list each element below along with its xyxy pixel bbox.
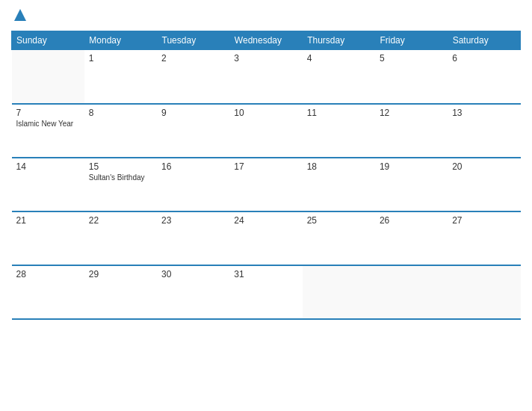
weekday-header-friday: Friday — [375, 31, 448, 50]
weekday-header-tuesday: Tuesday — [157, 31, 229, 50]
calendar-cell: 16 — [157, 158, 229, 211]
calendar-cell: 25 — [303, 211, 375, 265]
logo-text — [11, 7, 28, 25]
calendar-cell: 14 — [12, 158, 84, 211]
day-number: 1 — [89, 53, 152, 64]
calendar-cell: 3 — [229, 50, 302, 104]
day-number: 29 — [89, 269, 152, 279]
week-row-0: 123456 — [12, 50, 521, 104]
day-number: 9 — [161, 108, 225, 118]
calendar-cell: 23 — [157, 211, 229, 265]
calendar-cell: 4 — [303, 50, 375, 104]
day-number: 15 — [89, 161, 152, 172]
calendar-container: SundayMondayTuesdayWednesdayThursdayFrid… — [0, 0, 532, 411]
day-number: 31 — [234, 269, 297, 279]
day-number: 7 — [16, 108, 80, 118]
calendar-cell: 7Islamic New Year — [12, 104, 84, 158]
day-number: 22 — [89, 215, 152, 226]
day-number: 10 — [234, 108, 297, 118]
day-number: 13 — [452, 108, 516, 118]
calendar-cell: 18 — [303, 158, 375, 211]
calendar-cell: 17 — [229, 158, 302, 211]
week-row-4: 28293031 — [12, 265, 521, 319]
day-number: 18 — [307, 161, 371, 172]
day-number: 23 — [161, 215, 225, 226]
day-number: 28 — [16, 269, 80, 279]
day-number: 14 — [16, 161, 80, 172]
weekday-header-saturday: Saturday — [448, 31, 520, 50]
day-number: 19 — [380, 161, 443, 172]
calendar-cell: 1 — [84, 50, 157, 104]
day-number: 20 — [452, 161, 516, 172]
week-row-2: 1415Sultan's Birthday1617181920 — [12, 158, 521, 211]
calendar-cell: 27 — [448, 211, 520, 265]
calendar-cell: 15Sultan's Birthday — [84, 158, 157, 211]
day-number: 6 — [452, 53, 516, 64]
event-label: Islamic New Year — [16, 120, 80, 128]
calendar-cell: 6 — [448, 50, 520, 104]
day-number: 21 — [16, 215, 80, 226]
day-number: 24 — [234, 215, 297, 226]
calendar-cell: 24 — [229, 211, 302, 265]
calendar-body: 1234567Islamic New Year89101112131415Sul… — [12, 50, 521, 319]
day-number: 26 — [380, 215, 443, 226]
weekday-header-sunday: Sunday — [12, 31, 84, 50]
calendar-cell: 5 — [375, 50, 448, 104]
svg-marker-0 — [14, 9, 26, 21]
day-number: 3 — [234, 53, 297, 64]
calendar-cell: 22 — [84, 211, 157, 265]
day-number: 5 — [380, 53, 443, 64]
calendar-cell: 8 — [84, 104, 157, 158]
day-number: 25 — [307, 215, 371, 226]
calendar-cell: 9 — [157, 104, 229, 158]
day-number: 2 — [161, 53, 225, 64]
calendar-cell — [12, 50, 84, 104]
weekday-header-monday: Monday — [84, 31, 157, 50]
calendar-cell: 29 — [84, 265, 157, 319]
calendar-cell: 10 — [229, 104, 302, 158]
calendar-cell: 28 — [12, 265, 84, 319]
calendar-cell: 11 — [303, 104, 375, 158]
calendar-cell: 30 — [157, 265, 229, 319]
week-row-3: 21222324252627 — [12, 211, 521, 265]
day-number: 16 — [161, 161, 225, 172]
weekday-row: SundayMondayTuesdayWednesdayThursdayFrid… — [12, 31, 521, 50]
day-number: 11 — [307, 108, 371, 118]
calendar-cell: 21 — [12, 211, 84, 265]
calendar-table: SundayMondayTuesdayWednesdayThursdayFrid… — [11, 31, 521, 320]
day-number: 12 — [380, 108, 443, 118]
day-number: 17 — [234, 161, 297, 172]
calendar-header — [11, 7, 521, 25]
event-label: Sultan's Birthday — [89, 173, 152, 182]
day-number: 8 — [89, 108, 152, 118]
calendar-cell: 20 — [448, 158, 520, 211]
day-number: 27 — [452, 215, 516, 226]
logo — [11, 7, 28, 25]
calendar-cell — [448, 265, 520, 319]
weekday-header-wednesday: Wednesday — [229, 31, 302, 50]
calendar-cell: 19 — [375, 158, 448, 211]
calendar-cell: 31 — [229, 265, 302, 319]
week-row-1: 7Islamic New Year8910111213 — [12, 104, 521, 158]
calendar-cell — [375, 265, 448, 319]
weekday-header-thursday: Thursday — [303, 31, 375, 50]
logo-icon — [13, 7, 28, 22]
calendar-cell: 13 — [448, 104, 520, 158]
calendar-cell: 2 — [157, 50, 229, 104]
day-number: 30 — [161, 269, 225, 279]
day-number: 4 — [307, 53, 371, 64]
calendar-cell: 12 — [375, 104, 448, 158]
calendar-cell: 26 — [375, 211, 448, 265]
calendar-cell — [303, 265, 375, 319]
calendar-header-row: SundayMondayTuesdayWednesdayThursdayFrid… — [12, 31, 521, 50]
